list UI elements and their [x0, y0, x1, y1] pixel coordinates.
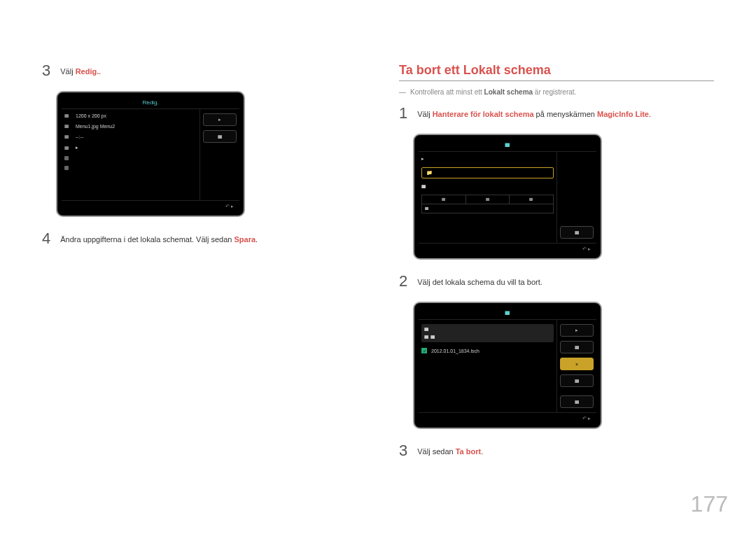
page-number: 177	[691, 491, 728, 517]
step-3-left: 3 Välj Redig..	[42, 63, 357, 78]
tv-title: Redig.	[62, 97, 239, 109]
tv-right-panel: ▸ ⯀ × ⯀ ⯀	[557, 320, 596, 412]
tv-row-val: Menu1.jpg Menu2	[76, 124, 115, 129]
tv-side-button[interactable]: ⯀	[560, 374, 594, 387]
text-pre: Ändra uppgifterna i det lokala schemat. …	[60, 235, 234, 244]
text-post: .	[255, 235, 258, 244]
step-4-left: 4 Ändra uppgifterna i det lokala schemat…	[42, 231, 357, 246]
folder-icon: 📁	[426, 170, 433, 176]
step-2-right: 2 Välj det lokala schema du vill ta bort…	[399, 274, 714, 289]
step-number: 4	[42, 231, 50, 246]
section-title: Ta bort ett Lokalt schema	[399, 63, 714, 81]
return-icon: ↶ ▸	[582, 246, 591, 252]
col-head: ⯀	[422, 195, 466, 204]
tv-title: ⯀	[419, 307, 596, 320]
tv-side-button[interactable]: ▸	[203, 113, 237, 126]
right-column: Ta bort ett Lokalt schema ― Kontrollera …	[399, 63, 714, 471]
accent-word: MagicInfo Lite	[597, 110, 649, 118]
step-text: Välj Hanterare för lokalt schema på meny…	[417, 106, 651, 118]
tv-row-val: 1200 x 200 px	[76, 113, 106, 118]
tv-row-val: --:--	[76, 134, 83, 139]
tv-side-button[interactable]: ▸	[560, 324, 594, 337]
text-pre: Välj	[60, 67, 75, 76]
text-post: .	[99, 67, 101, 76]
tv-bottom-bar: ↶ ▸	[419, 412, 596, 423]
tv-left-panel: ⯀1200 x 200 px ⯀Menu1.jpg Menu2 ⯀--:-- ⯀…	[62, 109, 200, 200]
dot-icon	[64, 156, 69, 160]
tv-row-val: ▸	[76, 145, 78, 150]
tv-row-val: ▸	[421, 156, 424, 162]
note-text: Kontrollera att minst ett Lokalt schema …	[410, 88, 576, 96]
left-column: 3 Välj Redig.. Redig. ⯀1200 x 200 px ⯀Me…	[42, 63, 357, 471]
step-text: Välj Redig..	[60, 63, 101, 76]
tv-row-val: ⯀ ⯀	[424, 335, 435, 339]
step-number: 1	[399, 106, 407, 121]
step-text: Ändra uppgifterna i det lokala schemat. …	[60, 231, 258, 244]
tv-side-button[interactable]: ⯀	[203, 130, 237, 143]
accent-word: Ta bort	[456, 447, 481, 456]
accent-word: Spara	[234, 235, 256, 244]
dash-icon: ―	[399, 88, 406, 96]
col-head: ⯀	[466, 195, 510, 204]
file-item[interactable]: ✓ 2012.01.01_1834.lsch	[421, 348, 554, 353]
tv-row-val: ⯀	[424, 327, 429, 332]
check-icon: ✓	[421, 348, 427, 353]
selected-row[interactable]: 📁	[421, 167, 554, 178]
manual-page: 3 Välj Redig.. Redig. ⯀1200 x 200 px ⯀Me…	[0, 0, 756, 499]
step-1-right: 1 Välj Hanterare för lokalt schema på me…	[399, 106, 714, 121]
tv-side-button[interactable]: ⯀	[560, 395, 594, 408]
col-head: ⯀	[510, 195, 553, 204]
tv-side-button-selected[interactable]: ×	[560, 358, 594, 370]
accent-word: Redig.	[76, 67, 99, 76]
return-icon: ↶ ▸	[225, 204, 234, 209]
tv-screenshot-edit: Redig. ⯀1200 x 200 px ⯀Menu1.jpg Menu2 ⯀…	[56, 91, 245, 217]
tv-side-button[interactable]: ⯀	[560, 226, 594, 239]
file-list-box: ⯀ ⯀ ⯀ ⯀	[421, 195, 554, 213]
dot-icon	[64, 166, 69, 170]
step-text: Välj det lokala schema du vill ta bort.	[417, 274, 542, 286]
file-name: 2012.01.01_1834.lsch	[431, 349, 479, 353]
accent-word: Hanterare för lokalt schema	[433, 110, 534, 118]
tv-screenshot-delete: ⯀ ⯀ ⯀ ⯀ ✓ 2012.01.01_1834.lsch ▸	[413, 302, 602, 429]
tv-screenshot-manager: ⯀ ▸ 📁 ⯀ ⯀ ⯀ ⯀	[413, 134, 602, 260]
return-icon: ↶ ▸	[582, 416, 591, 421]
step-number: 2	[399, 274, 407, 289]
tv-right-panel: ▸ ⯀	[200, 109, 239, 200]
tv-right-panel: ⯀	[557, 152, 596, 243]
step-number: 3	[399, 443, 407, 458]
step-number: 3	[42, 63, 50, 78]
tv-bottom-bar: ↶ ▸	[419, 243, 596, 254]
file-row: ⯀	[422, 204, 553, 213]
tv-row-val: ⯀	[421, 184, 426, 189]
tv-title: ⯀	[419, 139, 596, 152]
step-text: Välj sedan Ta bort.	[417, 443, 483, 456]
tv-left-panel: ▸ 📁 ⯀ ⯀ ⯀ ⯀	[419, 152, 557, 243]
tv-bottom-bar: ↶ ▸	[62, 200, 239, 211]
tv-left-panel: ⯀ ⯀ ⯀ ✓ 2012.01.01_1834.lsch	[419, 320, 557, 412]
tv-side-button[interactable]: ⯀	[560, 341, 594, 353]
note-line: ― Kontrollera att minst ett Lokalt schem…	[399, 88, 714, 96]
step-3-right: 3 Välj sedan Ta bort.	[399, 443, 714, 458]
